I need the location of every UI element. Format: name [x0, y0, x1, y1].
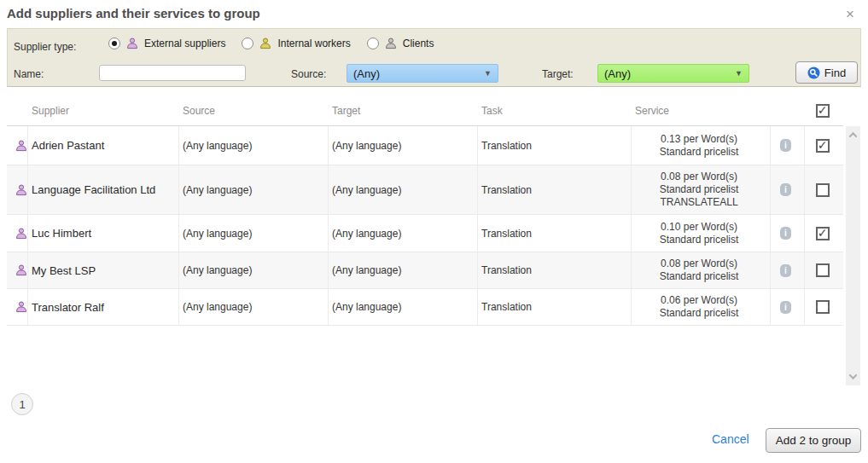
header-service: Service	[632, 95, 771, 125]
info-icon[interactable]: i	[780, 183, 791, 196]
service-pricelist: Standard pricelist	[660, 307, 739, 320]
header-task: Task	[478, 95, 632, 125]
table-row[interactable]: Adrien Pastant (Any language) (Any langu…	[7, 126, 843, 165]
filter-panel: Supplier type: External suppliers Intern…	[7, 28, 861, 87]
target-cell: (Any language)	[329, 252, 478, 288]
service-price: 0.10 per Word(s)	[661, 221, 737, 234]
row-icon-cell	[7, 215, 28, 252]
supplier-type-label: Supplier type:	[14, 41, 76, 53]
info-icon[interactable]: i	[780, 139, 791, 152]
checkbox-cell: ✓	[805, 126, 843, 165]
radio-external-suppliers[interactable]	[108, 38, 120, 49]
row-checkbox[interactable]	[816, 263, 830, 277]
supplier-name: Language Facilitation Ltd	[28, 165, 179, 214]
scroll-up-icon[interactable]	[846, 128, 860, 142]
find-button-label: Find	[824, 67, 846, 79]
header-source: Source	[179, 95, 329, 125]
person-yellow-icon	[259, 38, 271, 49]
target-cell: (Any language)	[329, 215, 478, 252]
select-all-checkbox[interactable]: ✓	[816, 104, 830, 118]
source-cell: (Any language)	[179, 126, 329, 165]
row-icon-cell	[7, 289, 28, 325]
target-dropdown[interactable]: (Any) ▼	[597, 64, 749, 83]
table-row[interactable]: Translator Ralf (Any language) (Any lang…	[7, 289, 843, 326]
chevron-down-icon: ▼	[484, 69, 492, 78]
target-cell: (Any language)	[329, 165, 478, 214]
person-purple-icon	[15, 264, 27, 276]
row-icon-cell	[7, 252, 28, 288]
info-cell: i	[771, 289, 805, 325]
dialog-title: Add suppliers and their services to grou…	[7, 6, 260, 20]
name-label: Name:	[14, 68, 44, 80]
service-pricelist: Standard pricelist	[660, 270, 739, 283]
header-info-col	[771, 95, 805, 125]
source-label: Source:	[291, 68, 326, 80]
pagination-page-1[interactable]: 1	[11, 393, 33, 415]
suppliers-table: Supplier Source Target Task Service ✓ Ad…	[7, 95, 843, 326]
checkbox-cell	[805, 289, 843, 325]
checkbox-cell	[805, 165, 843, 214]
target-cell: (Any language)	[329, 289, 478, 325]
person-purple-icon	[15, 140, 27, 152]
service-price: 0.13 per Word(s)	[661, 133, 737, 146]
supplier-name: Adrien Pastant	[28, 126, 179, 165]
service-cell: 0.10 per Word(s) Standard pricelist	[632, 215, 771, 252]
supplier-name: Luc Himbert	[28, 215, 179, 252]
service-cell: 0.13 per Word(s) Standard pricelist	[632, 126, 771, 165]
radio-label-clients: Clients	[403, 38, 434, 49]
task-cell: Translation	[478, 126, 632, 165]
service-pricelist: Standard pricelist	[660, 183, 739, 196]
row-checkbox[interactable]	[816, 300, 830, 314]
radio-clients[interactable]	[367, 38, 379, 49]
table-row[interactable]: Language Facilitation Ltd (Any language)…	[7, 165, 843, 215]
source-dropdown[interactable]: (Any) ▼	[347, 64, 498, 83]
supplier-type-radio-group: External suppliers Internal workers Clie…	[108, 38, 444, 49]
find-button[interactable]: Find	[795, 61, 858, 84]
person-purple-icon	[15, 184, 27, 196]
source-cell: (Any language)	[179, 289, 329, 325]
source-cell: (Any language)	[179, 215, 329, 252]
service-tag: TRANSLATEALL	[660, 196, 737, 209]
person-gray-icon	[385, 38, 397, 49]
source-cell: (Any language)	[179, 165, 329, 214]
info-icon[interactable]: i	[780, 227, 791, 240]
table-row[interactable]: My Best LSP (Any language) (Any language…	[7, 252, 843, 289]
add-to-group-button[interactable]: Add 2 to group	[766, 428, 861, 453]
close-icon[interactable]: ×	[842, 7, 858, 22]
row-checkbox[interactable]	[816, 183, 830, 197]
source-dropdown-value: (Any)	[353, 67, 380, 80]
radio-internal-workers[interactable]	[242, 38, 253, 49]
header-target: Target	[329, 95, 478, 125]
supplier-name: Translator Ralf	[28, 289, 179, 325]
task-cell: Translation	[478, 165, 632, 214]
row-checkbox[interactable]: ✓	[816, 227, 830, 240]
checkbox-cell	[805, 252, 843, 288]
table-header-row: Supplier Source Target Task Service ✓	[7, 95, 843, 126]
task-cell: Translation	[478, 252, 632, 288]
add-suppliers-dialog: Add suppliers and their services to grou…	[0, 0, 868, 463]
person-purple-icon	[15, 228, 27, 240]
scroll-down-icon[interactable]	[846, 369, 860, 384]
row-icon-cell	[7, 165, 28, 214]
info-cell: i	[771, 215, 805, 252]
task-cell: Translation	[478, 215, 632, 252]
source-cell: (Any language)	[179, 252, 329, 288]
cancel-button[interactable]: Cancel	[712, 432, 749, 446]
target-cell: (Any language)	[329, 126, 478, 165]
info-icon[interactable]: i	[780, 264, 791, 277]
name-input[interactable]	[99, 65, 246, 81]
row-checkbox[interactable]: ✓	[816, 139, 830, 153]
target-dropdown-value: (Any)	[604, 67, 631, 80]
supplier-name: My Best LSP	[28, 252, 179, 288]
header-supplier: Supplier	[28, 95, 179, 125]
service-pricelist: Standard pricelist	[660, 146, 739, 159]
task-cell: Translation	[478, 289, 632, 325]
vertical-scrollbar[interactable]	[846, 126, 860, 385]
service-cell: 0.08 per Word(s) Standard pricelist	[632, 252, 771, 288]
chevron-down-icon: ▼	[735, 69, 743, 78]
table-row[interactable]: Luc Himbert (Any language) (Any language…	[7, 215, 843, 252]
radio-label-internal: Internal workers	[277, 38, 350, 49]
row-icon-cell	[7, 126, 28, 165]
search-icon	[807, 67, 820, 79]
info-icon[interactable]: i	[780, 301, 791, 314]
